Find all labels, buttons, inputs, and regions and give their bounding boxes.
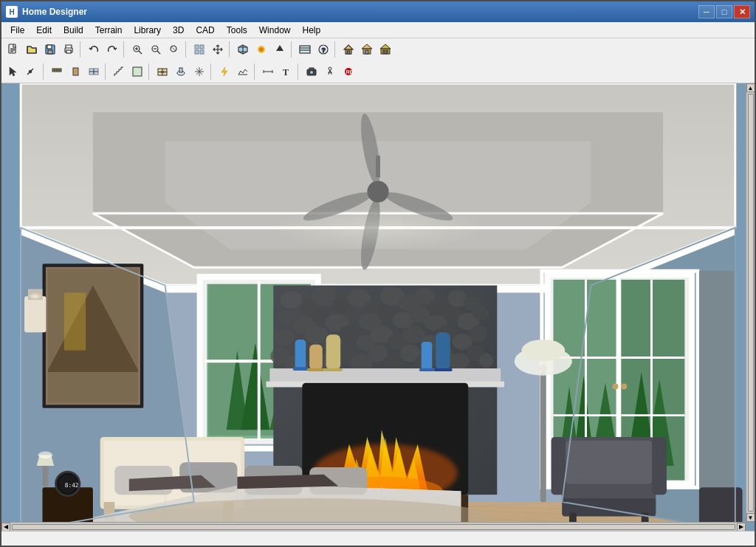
svg-point-56 bbox=[163, 72, 165, 73]
room-tool-button[interactable] bbox=[128, 63, 146, 80]
separator-10 bbox=[210, 63, 213, 80]
title-bar: H Home Designer ─ □ ✕ bbox=[1, 1, 755, 22]
draw-wall-button[interactable] bbox=[23, 63, 41, 80]
svg-rect-37 bbox=[381, 49, 390, 54]
svg-point-112 bbox=[28, 292, 43, 300]
svg-rect-182 bbox=[307, 368, 324, 371]
print-button[interactable] bbox=[60, 41, 78, 58]
separator-6 bbox=[334, 41, 337, 58]
text-tool-button[interactable]: T bbox=[278, 63, 295, 80]
record-tool-button[interactable]: REC bbox=[340, 63, 357, 80]
svg-point-210 bbox=[613, 384, 619, 390]
zoom-out-button[interactable] bbox=[147, 41, 165, 58]
save-button[interactable] bbox=[41, 41, 59, 58]
viewport[interactable]: 8:42 bbox=[1, 83, 755, 531]
camera-tool-button[interactable] bbox=[303, 63, 320, 80]
svg-rect-20 bbox=[195, 50, 199, 54]
stair-tool-button[interactable] bbox=[110, 63, 128, 80]
framing-tool-button[interactable] bbox=[190, 63, 208, 80]
menu-bar: File Edit Build Terrain Library 3D CAD T… bbox=[1, 22, 755, 38]
select-all-button[interactable] bbox=[190, 41, 208, 58]
render-button[interactable] bbox=[252, 41, 270, 58]
svg-rect-216 bbox=[699, 271, 735, 495]
horizontal-scroll-thumb[interactable] bbox=[12, 524, 735, 530]
street-view-button[interactable] bbox=[377, 41, 394, 58]
walk-tool-button[interactable] bbox=[321, 63, 339, 80]
vertical-scrollbar[interactable]: ▲ ▼ bbox=[746, 83, 755, 522]
separator-1 bbox=[80, 41, 83, 58]
library-button[interactable] bbox=[296, 41, 314, 58]
menu-cad[interactable]: CAD bbox=[190, 24, 220, 37]
svg-rect-242 bbox=[43, 466, 49, 486]
svg-rect-187 bbox=[436, 332, 450, 370]
svg-rect-183 bbox=[326, 334, 341, 370]
3d-view-button[interactable] bbox=[234, 41, 252, 58]
close-button[interactable]: ✕ bbox=[734, 5, 750, 18]
terrain-tool-button[interactable] bbox=[234, 63, 252, 80]
svg-line-10 bbox=[139, 51, 142, 54]
menu-help[interactable]: Help bbox=[296, 24, 326, 37]
room-scene: 8:42 bbox=[1, 83, 755, 531]
svg-line-14 bbox=[157, 51, 160, 54]
open-button[interactable] bbox=[23, 41, 41, 58]
new-button[interactable] bbox=[4, 41, 22, 58]
electrical-tool-button[interactable] bbox=[216, 63, 233, 80]
app-icon: H bbox=[6, 6, 18, 18]
pan-button[interactable] bbox=[209, 41, 227, 58]
svg-point-176 bbox=[479, 354, 494, 368]
svg-rect-186 bbox=[419, 368, 435, 371]
dimension-tool-button[interactable] bbox=[259, 63, 277, 80]
menu-edit[interactable]: Edit bbox=[30, 24, 58, 37]
help-button[interactable]: ? bbox=[315, 41, 332, 58]
cabinet-tool-button[interactable] bbox=[154, 63, 171, 80]
door-tool-button[interactable] bbox=[66, 63, 84, 80]
svg-line-17 bbox=[172, 47, 176, 51]
scroll-up-button[interactable]: ▲ bbox=[746, 83, 755, 92]
svg-rect-108 bbox=[64, 292, 86, 350]
arrow-up-button[interactable] bbox=[271, 41, 289, 58]
svg-rect-179 bbox=[295, 340, 306, 370]
minimize-button[interactable]: ─ bbox=[698, 5, 715, 18]
separator-11 bbox=[254, 63, 257, 80]
svg-rect-21 bbox=[200, 50, 204, 54]
svg-point-23 bbox=[259, 47, 264, 52]
menu-build[interactable]: Build bbox=[58, 24, 89, 37]
svg-rect-58 bbox=[179, 68, 182, 72]
svg-rect-71 bbox=[309, 68, 314, 70]
vertical-scroll-thumb[interactable] bbox=[748, 94, 754, 512]
svg-marker-33 bbox=[362, 44, 372, 49]
svg-marker-36 bbox=[380, 44, 391, 49]
window-tool-button[interactable] bbox=[85, 63, 103, 80]
undo-button[interactable] bbox=[85, 41, 103, 58]
zoom-fit-button[interactable] bbox=[165, 41, 183, 58]
svg-point-70 bbox=[310, 71, 314, 75]
redo-button[interactable] bbox=[103, 41, 121, 58]
scroll-right-button[interactable]: ▶ bbox=[737, 523, 746, 531]
svg-rect-246 bbox=[566, 441, 652, 484]
svg-marker-30 bbox=[344, 45, 353, 49]
menu-library[interactable]: Library bbox=[128, 24, 167, 37]
svg-text:REC: REC bbox=[346, 69, 355, 75]
svg-point-16 bbox=[171, 46, 176, 52]
menu-tools[interactable]: Tools bbox=[221, 24, 253, 37]
restore-button[interactable]: □ bbox=[716, 5, 732, 18]
fixture-tool-button[interactable] bbox=[172, 63, 190, 80]
menu-window[interactable]: Window bbox=[253, 24, 297, 37]
separator-9 bbox=[148, 63, 151, 80]
zoom-in-button[interactable] bbox=[128, 41, 146, 58]
svg-rect-185 bbox=[422, 342, 433, 370]
menu-3d[interactable]: 3D bbox=[167, 24, 190, 37]
horizontal-scrollbar[interactable]: ◀ ▶ bbox=[1, 522, 746, 531]
wall-tool-button[interactable] bbox=[48, 63, 66, 80]
house-view-button[interactable] bbox=[340, 41, 357, 58]
svg-point-72 bbox=[329, 67, 331, 70]
separator-3 bbox=[185, 41, 188, 58]
menu-file[interactable]: File bbox=[4, 24, 30, 37]
svg-rect-47 bbox=[73, 68, 78, 75]
svg-point-162 bbox=[470, 326, 487, 342]
scroll-down-button[interactable]: ▼ bbox=[746, 513, 755, 522]
scroll-left-button[interactable]: ◀ bbox=[1, 523, 10, 531]
menu-terrain[interactable]: Terrain bbox=[89, 24, 128, 37]
house-3d-button[interactable] bbox=[358, 41, 376, 58]
select-tool-button[interactable] bbox=[4, 63, 22, 80]
